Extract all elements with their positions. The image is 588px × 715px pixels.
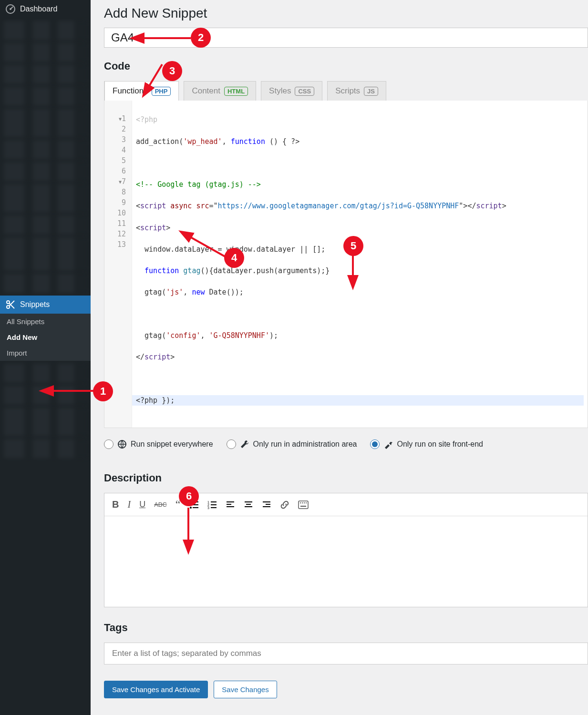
scope-frontend-label: Only run on site front-end bbox=[397, 440, 483, 449]
snippet-title-wrap bbox=[104, 28, 588, 48]
scope-admin-radio[interactable] bbox=[227, 439, 236, 449]
nav-dashboard[interactable]: Dashboard bbox=[0, 0, 91, 18]
quote-icon[interactable]: “ bbox=[175, 498, 181, 511]
svg-point-1 bbox=[10, 8, 11, 10]
scissors-icon bbox=[6, 300, 15, 309]
align-right-icon[interactable] bbox=[262, 500, 271, 510]
scope-everywhere-radio[interactable] bbox=[104, 439, 113, 449]
scope-frontend[interactable]: Only run on site front-end bbox=[370, 439, 483, 449]
description-textarea[interactable] bbox=[104, 516, 588, 607]
blurred-nav-item bbox=[4, 162, 87, 181]
admin-sidebar: Dashboard Snippets All Snippets Add New … bbox=[0, 0, 91, 715]
php-badge: PHP bbox=[152, 87, 171, 96]
blurred-nav-item bbox=[4, 274, 87, 293]
blurred-nav-item bbox=[4, 87, 87, 106]
code-type-tabs: Functions PHP Content HTML Styles CSS Sc… bbox=[104, 81, 588, 101]
tab-functions[interactable]: Functions PHP bbox=[104, 81, 179, 101]
snippets-submenu: All Snippets Add New Import bbox=[0, 314, 91, 361]
nav-snippets[interactable]: Snippets bbox=[0, 296, 91, 314]
align-left-icon[interactable] bbox=[226, 500, 235, 510]
underline-icon[interactable]: U bbox=[139, 500, 145, 510]
scope-frontend-radio[interactable] bbox=[370, 439, 380, 449]
save-button[interactable]: Save Changes bbox=[214, 681, 277, 698]
code-editor[interactable]: ▼1 234 56 ▼7 8910 111213 <?php add_actio… bbox=[104, 101, 588, 428]
blurred-nav-item bbox=[4, 184, 87, 213]
blurred-nav-item bbox=[4, 237, 87, 271]
code-heading: Code bbox=[104, 60, 588, 72]
svg-point-7 bbox=[190, 504, 192, 506]
main-content: Add New Snippet Code Functions PHP Conte… bbox=[91, 0, 588, 715]
strikethrough-icon[interactable]: ABC bbox=[154, 501, 167, 508]
blurred-nav-item bbox=[4, 408, 87, 436]
svg-rect-19 bbox=[227, 506, 234, 507]
save-activate-button[interactable]: Save Changes and Activate bbox=[104, 681, 208, 698]
snippet-title-input[interactable] bbox=[111, 31, 581, 44]
scope-options: Run snippet everywhere Only run in admin… bbox=[104, 428, 588, 453]
svg-rect-16 bbox=[211, 507, 217, 508]
svg-rect-21 bbox=[246, 504, 251, 505]
tab-styles-label: Styles bbox=[269, 86, 291, 96]
svg-rect-6 bbox=[193, 501, 198, 502]
svg-rect-31 bbox=[300, 506, 306, 507]
blurred-nav-item bbox=[4, 21, 87, 40]
italic-icon[interactable]: I bbox=[127, 499, 131, 510]
svg-rect-30 bbox=[306, 502, 307, 503]
link-icon[interactable] bbox=[280, 500, 289, 510]
tab-scripts-label: Scripts bbox=[335, 86, 360, 96]
editor-code-area[interactable]: <?php add_action('wp_head', function () … bbox=[132, 101, 588, 428]
action-buttons: Save Changes and Activate Save Changes bbox=[104, 681, 588, 698]
blurred-nav-item bbox=[4, 43, 87, 62]
blurred-nav-item bbox=[4, 439, 87, 458]
svg-rect-17 bbox=[227, 501, 234, 502]
tab-content[interactable]: Content HTML bbox=[184, 81, 256, 101]
svg-rect-8 bbox=[193, 504, 198, 505]
blurred-nav-item bbox=[4, 215, 87, 235]
js-badge: JS bbox=[364, 87, 378, 96]
svg-rect-22 bbox=[245, 506, 252, 507]
tags-input-wrap bbox=[104, 643, 588, 664]
svg-rect-14 bbox=[211, 504, 217, 505]
numbered-list-icon[interactable]: 123 bbox=[207, 500, 217, 510]
svg-rect-28 bbox=[302, 502, 303, 503]
keyboard-icon[interactable] bbox=[298, 500, 309, 509]
submenu-add-new[interactable]: Add New bbox=[0, 329, 91, 345]
svg-rect-29 bbox=[304, 502, 305, 503]
dashboard-icon bbox=[6, 4, 15, 14]
submenu-all-snippets[interactable]: All Snippets bbox=[0, 314, 91, 329]
wrench-icon bbox=[240, 439, 249, 449]
bullet-list-icon[interactable] bbox=[189, 500, 199, 510]
tab-styles[interactable]: Styles CSS bbox=[261, 81, 322, 101]
bold-icon[interactable]: B bbox=[112, 499, 119, 510]
svg-rect-26 bbox=[299, 501, 308, 509]
svg-point-9 bbox=[190, 507, 192, 509]
submenu-import[interactable]: Import bbox=[0, 345, 91, 361]
tab-functions-label: Functions bbox=[113, 86, 148, 96]
nav-snippets-label: Snippets bbox=[20, 300, 50, 309]
scope-admin[interactable]: Only run in administration area bbox=[227, 439, 357, 449]
tags-input[interactable] bbox=[112, 649, 580, 658]
description-editor: B I U ABC “ 123 bbox=[104, 493, 588, 607]
css-badge: CSS bbox=[295, 87, 314, 96]
svg-rect-10 bbox=[193, 507, 198, 508]
editor-gutter: ▼1 234 56 ▼7 8910 111213 bbox=[104, 101, 132, 428]
blurred-nav-item bbox=[4, 386, 87, 405]
nav-dashboard-label: Dashboard bbox=[20, 5, 57, 13]
html-badge: HTML bbox=[224, 87, 248, 96]
svg-rect-23 bbox=[263, 501, 270, 502]
svg-rect-27 bbox=[300, 502, 301, 503]
scope-everywhere[interactable]: Run snippet everywhere bbox=[104, 439, 213, 449]
tab-scripts[interactable]: Scripts JS bbox=[327, 81, 386, 101]
blurred-nav-item bbox=[4, 65, 87, 84]
scope-everywhere-label: Run snippet everywhere bbox=[131, 440, 213, 449]
wysiwyg-toolbar: B I U ABC “ 123 bbox=[104, 493, 588, 516]
svg-text:3: 3 bbox=[207, 506, 209, 510]
blurred-nav-item bbox=[4, 109, 87, 137]
blurred-nav-item bbox=[4, 140, 87, 159]
svg-point-5 bbox=[190, 501, 192, 503]
page-title: Add New Snippet bbox=[104, 6, 588, 21]
hammer-icon bbox=[383, 439, 393, 449]
align-center-icon[interactable] bbox=[244, 500, 253, 510]
scope-admin-label: Only run in administration area bbox=[253, 440, 357, 449]
tags-heading: Tags bbox=[104, 622, 588, 634]
svg-rect-25 bbox=[263, 506, 270, 507]
